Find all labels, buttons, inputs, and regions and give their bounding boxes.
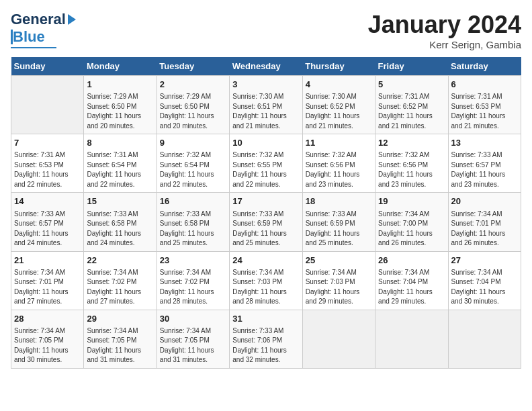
cell-sun-info: Sunrise: 7:34 AM Sunset: 7:03 PM Dayligh… bbox=[232, 268, 299, 307]
day-number: 28 bbox=[14, 313, 81, 325]
day-number: 8 bbox=[87, 137, 153, 149]
calendar-cell bbox=[11, 76, 84, 134]
cell-sun-info: Sunrise: 7:32 AM Sunset: 6:55 PM Dayligh… bbox=[232, 150, 299, 189]
day-number: 3 bbox=[232, 79, 299, 91]
calendar-cell: 8Sunrise: 7:31 AM Sunset: 6:54 PM Daylig… bbox=[84, 134, 157, 193]
calendar-cell: 20Sunrise: 7:34 AM Sunset: 7:01 PM Dayli… bbox=[448, 193, 521, 251]
logo-blue: Blue bbox=[13, 28, 45, 46]
calendar-cell: 3Sunrise: 7:30 AM Sunset: 6:51 PM Daylig… bbox=[230, 76, 302, 134]
calendar-cell: 2Sunrise: 7:29 AM Sunset: 6:50 PM Daylig… bbox=[157, 76, 229, 134]
day-number: 7 bbox=[14, 137, 81, 149]
page-header: General Blue January 2024 Kerr Serign, G… bbox=[11, 11, 521, 50]
day-number: 14 bbox=[14, 195, 81, 208]
cell-sun-info: Sunrise: 7:32 AM Sunset: 6:56 PM Dayligh… bbox=[378, 150, 445, 189]
cell-sun-info: Sunrise: 7:30 AM Sunset: 6:52 PM Dayligh… bbox=[306, 92, 372, 131]
day-header-friday: Friday bbox=[375, 57, 448, 76]
cell-sun-info: Sunrise: 7:30 AM Sunset: 6:51 PM Dayligh… bbox=[232, 92, 299, 131]
cell-sun-info: Sunrise: 7:34 AM Sunset: 7:04 PM Dayligh… bbox=[378, 268, 445, 307]
calendar-cell: 7Sunrise: 7:31 AM Sunset: 6:53 PM Daylig… bbox=[11, 134, 84, 193]
cell-sun-info: Sunrise: 7:33 AM Sunset: 7:06 PM Dayligh… bbox=[232, 326, 299, 365]
calendar-cell: 25Sunrise: 7:34 AM Sunset: 7:03 PM Dayli… bbox=[302, 251, 375, 310]
day-number: 13 bbox=[451, 137, 518, 149]
cell-sun-info: Sunrise: 7:33 AM Sunset: 6:58 PM Dayligh… bbox=[160, 210, 226, 248]
cell-sun-info: Sunrise: 7:32 AM Sunset: 6:56 PM Dayligh… bbox=[306, 150, 372, 189]
calendar-cell: 24Sunrise: 7:34 AM Sunset: 7:03 PM Dayli… bbox=[230, 251, 302, 310]
location: Kerr Serign, Gambia bbox=[368, 39, 521, 50]
day-number: 4 bbox=[306, 79, 372, 91]
calendar-cell: 21Sunrise: 7:34 AM Sunset: 7:01 PM Dayli… bbox=[11, 251, 84, 310]
logo: General Blue bbox=[11, 11, 76, 48]
cell-sun-info: Sunrise: 7:34 AM Sunset: 7:05 PM Dayligh… bbox=[160, 326, 226, 365]
day-header-monday: Monday bbox=[84, 57, 157, 76]
calendar-cell: 6Sunrise: 7:31 AM Sunset: 6:53 PM Daylig… bbox=[448, 76, 521, 134]
calendar-cell: 13Sunrise: 7:33 AM Sunset: 6:57 PM Dayli… bbox=[448, 134, 521, 193]
cell-sun-info: Sunrise: 7:34 AM Sunset: 7:00 PM Dayligh… bbox=[378, 210, 445, 248]
calendar-cell: 11Sunrise: 7:32 AM Sunset: 6:56 PM Dayli… bbox=[302, 134, 375, 193]
day-number: 25 bbox=[306, 255, 372, 267]
calendar-cell: 12Sunrise: 7:32 AM Sunset: 6:56 PM Dayli… bbox=[375, 134, 448, 193]
calendar-cell: 22Sunrise: 7:34 AM Sunset: 7:02 PM Dayli… bbox=[84, 251, 157, 310]
calendar-week-row: 14Sunrise: 7:33 AM Sunset: 6:57 PM Dayli… bbox=[11, 193, 521, 251]
cell-sun-info: Sunrise: 7:33 AM Sunset: 6:58 PM Dayligh… bbox=[87, 210, 153, 248]
cell-sun-info: Sunrise: 7:33 AM Sunset: 6:59 PM Dayligh… bbox=[306, 210, 372, 248]
cell-sun-info: Sunrise: 7:29 AM Sunset: 6:50 PM Dayligh… bbox=[160, 92, 226, 131]
calendar-cell: 31Sunrise: 7:33 AM Sunset: 7:06 PM Dayli… bbox=[230, 310, 302, 368]
cell-sun-info: Sunrise: 7:33 AM Sunset: 6:57 PM Dayligh… bbox=[451, 150, 518, 189]
logo-underline bbox=[11, 47, 56, 48]
calendar-week-row: 1Sunrise: 7:29 AM Sunset: 6:50 PM Daylig… bbox=[11, 76, 521, 134]
calendar-week-row: 7Sunrise: 7:31 AM Sunset: 6:53 PM Daylig… bbox=[11, 134, 521, 193]
cell-sun-info: Sunrise: 7:31 AM Sunset: 6:52 PM Dayligh… bbox=[378, 92, 445, 131]
calendar-week-row: 28Sunrise: 7:34 AM Sunset: 7:05 PM Dayli… bbox=[11, 310, 521, 368]
cell-sun-info: Sunrise: 7:33 AM Sunset: 6:57 PM Dayligh… bbox=[14, 210, 81, 248]
calendar-cell: 28Sunrise: 7:34 AM Sunset: 7:05 PM Dayli… bbox=[11, 310, 84, 368]
cell-sun-info: Sunrise: 7:34 AM Sunset: 7:05 PM Dayligh… bbox=[14, 326, 81, 365]
cell-sun-info: Sunrise: 7:34 AM Sunset: 7:02 PM Dayligh… bbox=[87, 268, 153, 307]
calendar-week-row: 21Sunrise: 7:34 AM Sunset: 7:01 PM Dayli… bbox=[11, 251, 521, 310]
calendar-header-row: SundayMondayTuesdayWednesdayThursdayFrid… bbox=[11, 57, 521, 76]
calendar-cell: 1Sunrise: 7:29 AM Sunset: 6:50 PM Daylig… bbox=[84, 76, 157, 134]
day-number: 29 bbox=[87, 313, 153, 325]
calendar-cell: 19Sunrise: 7:34 AM Sunset: 7:00 PM Dayli… bbox=[375, 193, 448, 251]
calendar-cell: 10Sunrise: 7:32 AM Sunset: 6:55 PM Dayli… bbox=[230, 134, 302, 193]
day-header-saturday: Saturday bbox=[448, 57, 521, 76]
cell-sun-info: Sunrise: 7:34 AM Sunset: 7:05 PM Dayligh… bbox=[87, 326, 153, 365]
calendar-cell bbox=[448, 310, 521, 368]
logo-arrow-icon bbox=[68, 14, 76, 25]
day-number: 31 bbox=[232, 313, 299, 325]
cell-sun-info: Sunrise: 7:31 AM Sunset: 6:53 PM Dayligh… bbox=[451, 92, 518, 131]
day-number: 10 bbox=[232, 137, 299, 149]
calendar-cell: 16Sunrise: 7:33 AM Sunset: 6:58 PM Dayli… bbox=[157, 193, 229, 251]
day-number: 27 bbox=[451, 255, 518, 267]
cell-sun-info: Sunrise: 7:33 AM Sunset: 6:59 PM Dayligh… bbox=[232, 210, 299, 248]
cell-sun-info: Sunrise: 7:29 AM Sunset: 6:50 PM Dayligh… bbox=[87, 92, 153, 131]
day-number: 9 bbox=[160, 137, 226, 149]
day-number: 2 bbox=[160, 79, 226, 91]
calendar-cell: 9Sunrise: 7:32 AM Sunset: 6:54 PM Daylig… bbox=[157, 134, 229, 193]
calendar-cell: 27Sunrise: 7:34 AM Sunset: 7:04 PM Dayli… bbox=[448, 251, 521, 310]
day-number: 20 bbox=[451, 195, 518, 208]
title-area: January 2024 Kerr Serign, Gambia bbox=[368, 11, 521, 50]
cell-sun-info: Sunrise: 7:34 AM Sunset: 7:04 PM Dayligh… bbox=[451, 268, 518, 307]
logo-general: General bbox=[11, 11, 66, 28]
day-number: 26 bbox=[378, 255, 445, 267]
day-number: 24 bbox=[232, 255, 299, 267]
calendar-cell bbox=[375, 310, 448, 368]
day-number: 5 bbox=[378, 79, 445, 91]
calendar-cell: 23Sunrise: 7:34 AM Sunset: 7:02 PM Dayli… bbox=[157, 251, 229, 310]
day-number: 1 bbox=[87, 79, 153, 91]
day-number: 21 bbox=[14, 255, 81, 267]
calendar-cell: 17Sunrise: 7:33 AM Sunset: 6:59 PM Dayli… bbox=[230, 193, 302, 251]
day-number: 19 bbox=[378, 195, 445, 208]
calendar-cell: 15Sunrise: 7:33 AM Sunset: 6:58 PM Dayli… bbox=[84, 193, 157, 251]
calendar-cell: 26Sunrise: 7:34 AM Sunset: 7:04 PM Dayli… bbox=[375, 251, 448, 310]
day-number: 17 bbox=[232, 195, 299, 208]
calendar-cell: 5Sunrise: 7:31 AM Sunset: 6:52 PM Daylig… bbox=[375, 76, 448, 134]
day-number: 12 bbox=[378, 137, 445, 149]
day-header-tuesday: Tuesday bbox=[157, 57, 229, 76]
calendar-cell bbox=[302, 310, 375, 368]
cell-sun-info: Sunrise: 7:34 AM Sunset: 7:02 PM Dayligh… bbox=[160, 268, 226, 307]
day-number: 18 bbox=[306, 195, 372, 208]
day-header-thursday: Thursday bbox=[302, 57, 375, 76]
cell-sun-info: Sunrise: 7:32 AM Sunset: 6:54 PM Dayligh… bbox=[160, 150, 226, 189]
calendar-cell: 30Sunrise: 7:34 AM Sunset: 7:05 PM Dayli… bbox=[157, 310, 229, 368]
